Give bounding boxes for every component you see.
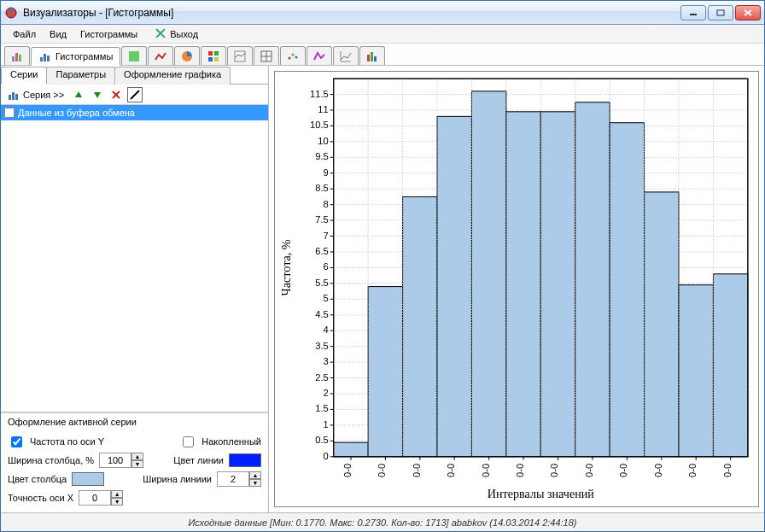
svg-rect-113 [334,442,368,457]
series-checkbox[interactable] [4,108,15,118]
svg-rect-124 [713,274,747,457]
svg-text:1.5: 1.5 [315,403,328,413]
menubar: Файл Вид Гистограммы Выход [1,25,764,44]
svg-rect-3 [717,10,724,15]
svg-rect-13 [47,56,50,61]
delete-series-button[interactable] [108,87,124,102]
svg-rect-10 [19,55,21,61]
maximize-button[interactable] [708,5,733,20]
svg-text:3.5: 3.5 [315,341,328,351]
histogram-plot: 00.511.522.533.544.555.566.577.588.599.5… [275,72,758,503]
freq-y-checkbox[interactable]: Частота по оси Y [8,432,104,451]
freq-y-label: Частота по оси Y [30,436,104,447]
menu-exit[interactable]: Выход [148,26,205,43]
app-window: Визуализаторы - [Гистограммы] Файл Вид Г… [0,0,765,532]
view-tabs: Гистограммы [1,44,764,66]
svg-rect-121 [610,123,644,457]
spin-down-icon[interactable]: ▼ [131,460,143,468]
viewtab-4[interactable] [174,46,200,65]
viewtab-8[interactable] [280,46,306,65]
svg-text:3: 3 [323,356,328,366]
svg-rect-1 [9,8,13,13]
titlebar: Визуализаторы - [Гистограммы] [1,1,764,25]
viewtab-7[interactable] [254,46,279,65]
line-width-label: Ширина линиии [143,474,212,484]
spin-down-icon[interactable]: ▼ [111,498,123,506]
svg-line-39 [131,91,139,99]
svg-rect-32 [9,95,11,100]
viewtab-10[interactable] [333,46,359,65]
accum-checkbox[interactable]: Накопленный [179,432,261,451]
left-panel: Серии Параметры Оформление графика Серия… [1,66,269,512]
menu-file[interactable]: Файл [6,27,43,41]
inner-tabs: Серии Параметры Оформление графика [1,66,268,85]
svg-point-26 [295,56,298,58]
svg-text:2.5: 2.5 [315,372,328,383]
prec-x-spinner[interactable]: ▲▼ [79,490,123,506]
viewtab-0[interactable] [4,46,30,65]
svg-rect-123 [679,285,713,457]
line-color-picker[interactable] [229,453,261,467]
series-menu-button[interactable]: Серия >> [4,89,67,101]
chart-panel: 00.511.522.533.544.555.566.577.588.599.5… [269,66,764,512]
minimize-button[interactable] [680,5,706,20]
bar-width-spinner[interactable]: ▲▼ [99,453,143,468]
menu-view[interactable]: Вид [43,27,73,41]
svg-rect-11 [40,57,43,61]
spin-up-icon[interactable]: ▲ [131,453,143,460]
viewtab-6[interactable] [227,46,253,65]
svg-rect-17 [214,51,219,56]
viewtab-9[interactable] [307,46,332,65]
tab-series[interactable]: Серии [1,67,47,85]
svg-rect-8 [12,56,15,61]
tab-params[interactable]: Параметры [46,67,115,85]
line-width-input[interactable] [217,471,249,487]
app-icon [4,6,18,20]
svg-text:0-0: 0-0 [687,464,698,477]
svg-text:0-0: 0-0 [412,464,422,477]
svg-point-24 [289,56,291,59]
svg-rect-19 [214,57,219,61]
svg-rect-18 [208,57,213,61]
line-color-label: Цвет линии [173,455,224,465]
viewtab-label: Гистограммы [55,51,113,61]
svg-rect-31 [374,56,377,61]
spin-up-icon[interactable]: ▲ [111,490,123,498]
series-menu-label: Серия >> [23,90,64,100]
svg-text:10: 10 [318,136,328,146]
viewtab-2[interactable] [121,46,147,65]
bar-width-label: Ширина столбца, % [8,455,94,465]
prec-x-input[interactable] [79,490,111,506]
svg-text:9: 9 [323,167,328,178]
bar-width-input[interactable] [99,453,131,468]
viewtab-11[interactable] [359,46,385,65]
close-button[interactable] [735,5,761,20]
series-item-label: Данные из буфера обмена [18,108,135,118]
svg-text:0-0: 0-0 [377,464,387,477]
svg-text:0-0: 0-0 [722,464,733,477]
series-list[interactable]: Данные из буфера обмена [1,105,268,412]
toggle-series-button[interactable] [127,87,143,102]
bar-color-picker[interactable] [72,472,104,486]
exit-icon [155,27,166,41]
viewtab-5[interactable] [201,46,226,65]
svg-text:11: 11 [318,104,328,114]
menu-histograms[interactable]: Гистограммы [73,27,144,41]
svg-text:11.5: 11.5 [310,89,329,99]
line-width-spinner[interactable]: ▲▼ [217,471,261,487]
spin-up-icon[interactable]: ▲ [249,471,261,479]
svg-rect-114 [368,287,402,457]
move-up-button[interactable] [71,87,86,102]
viewtab-histograms[interactable]: Гистограммы [31,47,120,66]
move-down-button[interactable] [90,87,105,102]
freq-y-input[interactable] [11,436,22,447]
svg-text:10.5: 10.5 [310,120,329,130]
spin-down-icon[interactable]: ▼ [249,479,261,487]
tab-styling[interactable]: Оформление графика [114,67,231,85]
accum-input[interactable] [183,436,194,447]
series-list-item[interactable]: Данные из буфера обмена [1,105,268,120]
svg-text:7: 7 [323,231,328,241]
svg-text:0.5: 0.5 [315,435,328,445]
viewtab-3[interactable] [148,46,173,65]
svg-text:Частота, %: Частота, % [279,239,293,295]
